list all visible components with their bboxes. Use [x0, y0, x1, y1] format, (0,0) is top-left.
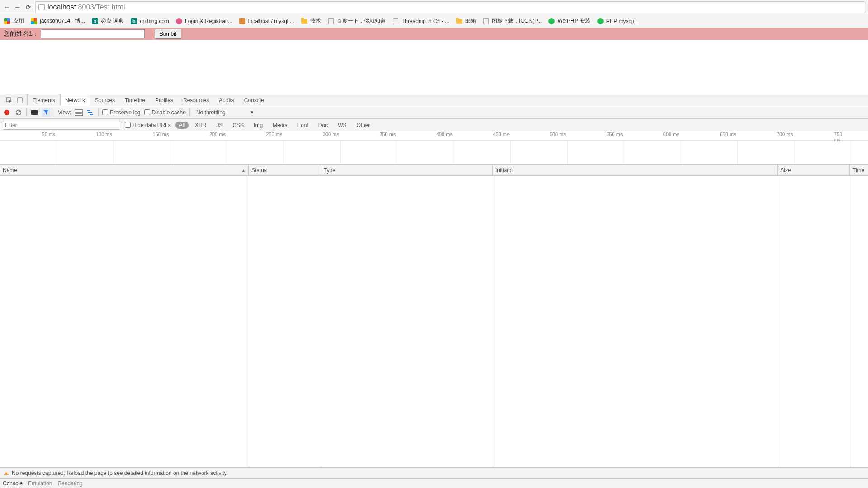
view-label: View: [58, 109, 71, 116]
waterfall-view-icon[interactable] [86, 109, 94, 116]
filter-type-all[interactable]: All [175, 122, 189, 129]
svg-line-3 [17, 111, 20, 114]
bookmark-item[interactable]: localhost / mysql ... [239, 18, 294, 25]
devtools-tab-resources[interactable]: Resources [178, 94, 214, 106]
bookmark-label: 邮箱 [465, 17, 476, 25]
timeline-tick: 450 ms [493, 131, 510, 137]
inspect-element-icon[interactable] [5, 97, 13, 104]
preserve-log-checkbox[interactable]: Preserve log [102, 109, 140, 116]
svg-rect-4 [87, 110, 90, 111]
apps-icon [4, 18, 11, 25]
column-status[interactable]: Status [249, 165, 321, 175]
capture-screenshots-icon[interactable] [30, 108, 38, 117]
bookmark-item[interactable]: bcn.bing.com [130, 18, 169, 25]
table-body [0, 176, 868, 467]
b-blue-icon: b [91, 18, 99, 25]
device-mode-icon[interactable] [16, 97, 24, 104]
filter-toggle-icon[interactable] [42, 108, 50, 117]
large-rows-icon[interactable] [75, 108, 83, 117]
timeline-tick: 200 ms [209, 131, 227, 137]
timeline-tick: 650 ms [720, 131, 737, 137]
column-initiator[interactable]: Initiator [493, 165, 778, 175]
folder-icon [456, 18, 463, 25]
timeline-tick: 550 ms [606, 131, 624, 137]
devtools-tab-timeline[interactable]: Timeline [120, 94, 150, 106]
submit-button[interactable]: Sumbit [155, 29, 181, 39]
devtools-tab-sources[interactable]: Sources [90, 94, 120, 106]
name-label: 您的姓名1： [4, 30, 39, 38]
devtools-tab-console[interactable]: Console [239, 94, 269, 106]
warning-icon [4, 469, 9, 475]
url-text: localhost:8003/Test.html [47, 3, 125, 11]
green-icon [548, 18, 555, 25]
timeline-tick: 100 ms [96, 131, 113, 137]
forward-button[interactable]: → [14, 3, 22, 11]
clear-button[interactable] [14, 108, 23, 117]
devtools-tab-audits[interactable]: Audits [214, 94, 239, 106]
timeline-tick: 700 ms [777, 131, 794, 137]
bookmark-item[interactable]: 邮箱 [456, 17, 476, 25]
hide-data-urls-checkbox[interactable]: Hide data URLs [125, 122, 171, 128]
record-button[interactable] [3, 108, 11, 117]
drawer-tab-rendering[interactable]: Rendering [57, 480, 82, 487]
drawer-tab-console[interactable]: Console [3, 480, 23, 487]
network-timeline[interactable]: 50 ms100 ms150 ms200 ms250 ms300 ms350 m… [0, 131, 868, 165]
filter-type-img[interactable]: Img [250, 122, 266, 129]
back-button[interactable]: ← [3, 3, 11, 11]
svg-rect-6 [90, 114, 93, 115]
filter-input[interactable] [3, 121, 120, 130]
drawer-tabs: ConsoleEmulationRendering [0, 478, 868, 488]
name-input[interactable] [41, 29, 145, 38]
disable-cache-checkbox[interactable]: Disable cache [144, 109, 186, 116]
filter-type-doc[interactable]: Doc [315, 122, 331, 129]
bookmark-item[interactable]: Threading in C# - ... [392, 18, 449, 25]
throttling-select[interactable]: No throttling▼ [196, 109, 255, 116]
filter-type-media[interactable]: Media [269, 122, 291, 129]
column-size[interactable]: Size [778, 165, 850, 175]
svg-rect-1 [18, 98, 22, 103]
bookmark-label: 技术 [310, 17, 321, 25]
table-header: Name▲ Status Type Initiator Size Time [0, 165, 868, 176]
network-filter-row: Hide data URLs AllXHRJSCSSImgMediaFontDo… [0, 119, 868, 131]
bookmark-item[interactable]: WeiPHP 安装 [548, 17, 590, 25]
bookmark-label: localhost / mysql ... [248, 18, 294, 24]
devtools-tab-elements[interactable]: Elements [28, 94, 60, 106]
filter-type-ws[interactable]: WS [334, 122, 350, 129]
filter-type-css[interactable]: CSS [229, 122, 247, 129]
filter-type-font[interactable]: Font [294, 122, 312, 129]
timeline-tick: 250 ms [266, 131, 283, 137]
devtools-tab-profiles[interactable]: Profiles [150, 94, 178, 106]
bookmark-label: WeiPHP 安装 [557, 17, 590, 25]
bookmark-item[interactable]: 应用 [4, 17, 24, 25]
bookmark-item[interactable]: Login & Registrati... [175, 18, 232, 25]
svg-rect-5 [88, 112, 92, 113]
bookmark-item[interactable]: jackson0714 - 博... [30, 17, 85, 25]
bookmark-item[interactable]: 技术 [301, 17, 321, 25]
b-blue-icon: b [130, 18, 137, 25]
bookmark-label: jackson0714 - 博... [40, 17, 85, 25]
bookmark-item[interactable]: PHP mysqli_ [597, 18, 637, 25]
filter-type-other[interactable]: Other [353, 122, 374, 129]
orange-icon [239, 18, 246, 25]
devtools-tab-network[interactable]: Network [60, 94, 90, 106]
filter-type-xhr[interactable]: XHR [191, 122, 210, 129]
column-name[interactable]: Name▲ [0, 165, 249, 175]
doc-icon [327, 18, 335, 25]
folder-icon [301, 18, 308, 25]
bookmark-item[interactable]: 百度一下，你就知道 [327, 17, 386, 25]
page-icon [38, 4, 45, 10]
column-time[interactable]: Time [850, 165, 868, 175]
bookmark-item[interactable]: 图标下载，ICON(P... [482, 17, 542, 25]
timeline-tick: 600 ms [663, 131, 681, 137]
filter-type-js[interactable]: JS [212, 122, 226, 129]
ms-icon [30, 18, 38, 25]
timeline-tick: 300 ms [323, 131, 340, 137]
drawer-tab-emulation[interactable]: Emulation [28, 480, 52, 487]
browser-nav-bar: ← → ⟳ localhost:8003/Test.html [0, 0, 868, 14]
url-bar[interactable]: localhost:8003/Test.html [35, 1, 865, 13]
bookmark-item[interactable]: b必应 词典 [91, 17, 124, 25]
bookmark-label: 图标下载，ICON(P... [492, 17, 542, 25]
reload-button[interactable]: ⟳ [24, 3, 33, 11]
column-type[interactable]: Type [321, 165, 493, 175]
timeline-tick: 400 ms [436, 131, 454, 137]
